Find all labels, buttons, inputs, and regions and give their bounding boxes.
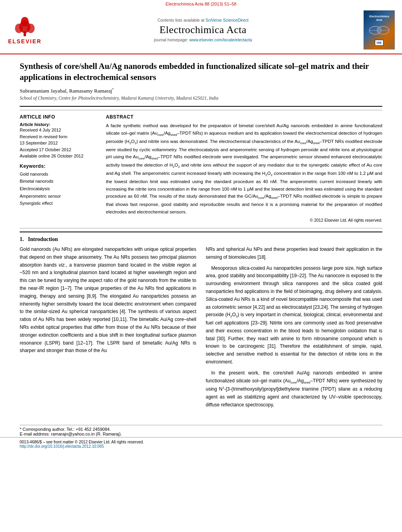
journal-title: Electrochimica Acta <box>50 24 356 36</box>
affiliation: School of Chemistry, Centre for Photoele… <box>20 96 382 100</box>
article-title: Synthesis of core/shell Au/Ag nanorods e… <box>20 61 382 83</box>
introduction-body: Gold nanorods (Au NRs) are elongated nan… <box>20 246 382 412</box>
intro-para-1: Gold nanorods (Au NRs) are elongated nan… <box>20 246 196 355</box>
section-title: Introduction <box>28 236 58 242</box>
svg-point-2 <box>15 24 23 33</box>
author-names: Subramaniam Jayabal, Ramasamy Ramaraj* <box>20 88 114 94</box>
header-center: Contents lists available at SciVerse Sci… <box>43 18 363 42</box>
header-main-row: ELSEVIER Contents lists available at Sci… <box>0 7 402 51</box>
svg-point-3 <box>27 24 35 33</box>
available-date: Available online 26 October 2012 <box>20 153 96 159</box>
page-header: Electrochimica Acta 88 (2013) 51–58 ELSE… <box>0 0 402 54</box>
introduction-section: 1. Introduction Gold nanorods (Au NRs) a… <box>20 236 382 412</box>
authors: Subramaniam Jayabal, Ramasamy Ramaraj* <box>20 88 382 95</box>
corresponding-note: * Corresponding author. Tel.: +91 452 24… <box>20 427 382 432</box>
elsevier-text: ELSEVIER <box>8 38 41 44</box>
journal-homepage: journal homepage: www.elsevier.com/locat… <box>50 37 356 42</box>
history-label: Article history: <box>20 122 96 127</box>
page-footer: 0013-4686/$ – see front matter © 2012 El… <box>0 437 402 451</box>
article-info-abstract-section: ARTICLE INFO Article history: Received 4… <box>20 114 382 222</box>
revised-label: Received in revised form <box>20 133 96 140</box>
footer-doi: http://dx.doi.org/10.1016/j.electacta.20… <box>20 444 104 449</box>
top-divider <box>20 106 382 107</box>
article-info-heading: ARTICLE INFO <box>20 114 96 120</box>
sciverse-line: Contents lists available at SciVerse Sci… <box>50 18 356 22</box>
accepted-date: Accepted 17 October 2012 <box>20 146 96 153</box>
keywords-section: Keywords: Gold nanorods Bimetal nanorods… <box>20 163 96 207</box>
article-info-column: ARTICLE INFO Article history: Received 4… <box>20 114 96 222</box>
intro-para-3: Mesoporous silica-coated Au nanoparticle… <box>206 265 383 366</box>
history-group: Article history: Received 4 July 2012 Re… <box>20 122 96 159</box>
keyword-5: Synergistic effect <box>20 200 96 207</box>
section-number: 1. <box>20 236 24 242</box>
footnote-divider <box>20 425 382 425</box>
journal-cover-image: ElectrochimicaActa ISE <box>363 10 395 50</box>
copyright-line: © 2012 Elsevier Ltd. All rights reserved… <box>106 218 382 222</box>
email-note: E-mail address: ramarajn@yahoo.co.in (R.… <box>20 432 382 436</box>
sub-divider <box>20 110 382 110</box>
elsevier-logo: ELSEVIER <box>7 16 43 44</box>
footer-issn: 0013-4686/$ – see front matter © 2012 El… <box>20 440 144 444</box>
svg-point-4 <box>21 17 29 26</box>
corresponding-star: * <box>112 88 114 91</box>
footnotes: * Corresponding author. Tel.: +91 452 24… <box>0 420 402 437</box>
cover-graphic <box>367 22 391 38</box>
keyword-3: Electrocatalysis <box>20 185 96 193</box>
intro-col-left: Gold nanorods (Au NRs) are elongated nan… <box>20 246 196 412</box>
abstract-text: A facile synthetic method was developed … <box>106 122 382 215</box>
journal-ref-text: Electrochimica Acta 88 (2013) 51–58 <box>166 2 237 6</box>
journal-reference-bar: Electrochimica Acta 88 (2013) 51–58 <box>0 0 402 7</box>
svg-point-8 <box>377 28 381 32</box>
bottom-info-divider <box>20 228 382 228</box>
article-content: Synthesis of core/shell Au/Ag nanorods e… <box>0 54 402 420</box>
revised-date: 13 September 2012 <box>20 140 96 146</box>
synthesized-word: synthesized <box>351 378 376 384</box>
abstract-heading: ABSTRACT <box>106 114 382 120</box>
keyword-4: Amperometric sensor <box>20 193 96 200</box>
sciverse-link: SciVerse ScienceDirect <box>206 18 248 22</box>
intro-col-right: NRs and spherical Au NPs and these prope… <box>206 246 383 412</box>
keyword-2: Bimetal nanorods <box>20 178 96 185</box>
sciverse-prefix: Contents lists available at <box>157 18 206 22</box>
received-date: Received 4 July 2012 <box>20 127 96 133</box>
keyword-1: Gold nanorods <box>20 171 96 178</box>
homepage-prefix: journal homepage: <box>154 37 189 42</box>
bottom-thick-divider <box>20 232 382 232</box>
homepage-url: www.elsevier.com/locate/electacta <box>189 37 252 42</box>
introduction-title: 1. Introduction <box>20 236 382 243</box>
intro-para-2: NRs and spherical Au NPs and these prope… <box>206 246 383 261</box>
keywords-heading: Keywords: <box>20 163 96 169</box>
elsevier-tree-icon <box>11 16 39 37</box>
cover-journal-title: ElectrochimicaActa <box>369 14 390 22</box>
intro-para-4: In the present work, the core/shell Au/A… <box>206 369 383 409</box>
abstract-column: ABSTRACT A facile synthetic method was d… <box>106 114 382 222</box>
cover-ise-badge: ISE <box>375 40 384 46</box>
